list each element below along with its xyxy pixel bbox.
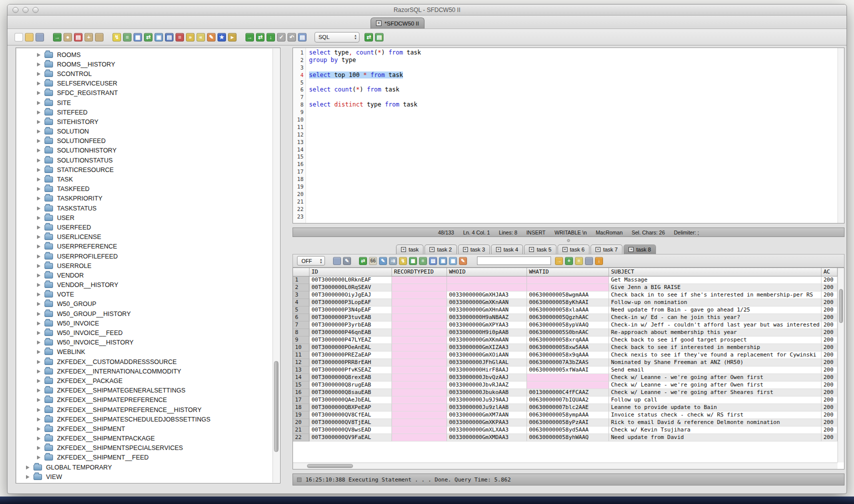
results-horizontal-scrollbar[interactable]: [293, 462, 838, 469]
copy-table-icon[interactable]: ▦: [449, 257, 457, 265]
tab-close-icon[interactable]: ×: [562, 247, 568, 252]
save-changes-icon[interactable]: [585, 257, 593, 265]
tab-close-icon[interactable]: ×: [401, 247, 406, 252]
cell-recordtypeid[interactable]: [392, 419, 447, 426]
tree-item-userpreference[interactable]: USERPREFERENCE: [17, 242, 272, 252]
tree-item-taskfeed[interactable]: TASKFEED: [17, 184, 272, 194]
table-row[interactable]: 1100T3000000PREZaEAP0033000000GmXOiAAN00…: [293, 352, 838, 359]
run-statement-icon[interactable]: →: [246, 33, 254, 42]
tree-item-zkfedex-shipmatepreference[interactable]: ZKFEDEX__SHIPMATEPREFERENCE: [17, 396, 272, 405]
tree-item-global-temporary[interactable]: GLOBAL TEMPORARY: [17, 462, 272, 472]
cell-recordtypeid[interactable]: [392, 336, 447, 344]
panel-splitter[interactable]: [292, 237, 844, 244]
cell-id[interactable]: 00T3000000P3LopEAF: [310, 299, 392, 306]
result-tab-task-2[interactable]: ×task 2: [424, 244, 456, 254]
save-icon[interactable]: [36, 33, 44, 42]
column-header-id[interactable]: ID: [310, 268, 392, 276]
table-row[interactable]: 800T3000000P46qnEAB0033000000H9i0pAAB006…: [293, 329, 838, 336]
page-view-icon[interactable]: ▤: [429, 257, 437, 265]
disclosure-triangle-icon[interactable]: [37, 274, 40, 278]
disclosure-triangle-icon[interactable]: [37, 158, 40, 162]
cell-id[interactable]: 00T3000000Q8rexEAB: [310, 374, 392, 382]
results-vertical-scrollbar[interactable]: [838, 268, 844, 462]
cell-id[interactable]: 00T3000000QV8TjEAL: [310, 419, 392, 426]
cell-whatid[interactable]: 006300000058ympAAA: [527, 412, 609, 419]
disclosure-triangle-icon[interactable]: [37, 302, 40, 306]
goto-table-icon[interactable]: ▸: [228, 33, 236, 42]
tab-close-icon[interactable]: ×: [430, 247, 434, 252]
cell-whatid[interactable]: [527, 382, 609, 389]
row-number-cell[interactable]: 9: [293, 336, 310, 344]
cell-ac[interactable]: 200: [822, 292, 838, 299]
results-search-input[interactable]: [477, 256, 551, 265]
copy-page-icon[interactable]: ▣: [154, 33, 163, 42]
cell-whatid[interactable]: [527, 284, 609, 292]
row-number-cell[interactable]: 20: [293, 419, 310, 426]
tab-close-icon[interactable]: ×: [596, 247, 600, 252]
row-number-cell[interactable]: 6: [293, 314, 310, 322]
notes-doc-icon[interactable]: ▤: [298, 33, 306, 42]
cell-subject[interactable]: Re-approach about membership this year: [609, 329, 822, 336]
column-header-whatid[interactable]: WHATID: [527, 268, 609, 276]
cell-subject[interactable]: Give Jenn a BIG RAISE: [609, 284, 822, 292]
undo-icon[interactable]: ↶: [288, 33, 296, 42]
cell-recordtypeid[interactable]: [392, 306, 447, 314]
result-tab-task-8[interactable]: ×task 8: [624, 244, 656, 254]
tree-item-solution[interactable]: SOLUTION: [17, 127, 272, 136]
cell-whatid[interactable]: 00630000005QgzhAAC: [527, 314, 609, 322]
table-row[interactable]: 1800T3000000QBXPeEAP0033000000Ju9zlAAB00…: [293, 404, 838, 412]
cell-recordtypeid[interactable]: [392, 352, 447, 359]
cell-ac[interactable]: 200: [822, 389, 838, 396]
result-tab-task-5[interactable]: ×task 5: [524, 244, 556, 254]
cell-whatid[interactable]: 0013000000C4fFCAAZ: [527, 389, 609, 396]
tree-item-solutionstatus[interactable]: SOLUTIONSTATUS: [17, 156, 272, 165]
table-row[interactable]: 1600T3000000Q8sauEAB0033000000JbukoAAB00…: [293, 389, 838, 396]
row-number-cell[interactable]: 19: [293, 412, 310, 419]
disclosure-triangle-icon[interactable]: [37, 427, 40, 431]
disclosure-triangle-icon[interactable]: [37, 72, 40, 76]
tree-item-rooms-history[interactable]: ROOMS__HISTORY: [17, 60, 272, 69]
cell-ac[interactable]: 200: [822, 382, 838, 389]
cell-subject[interactable]: Check w/ Kevin Tsujihara: [609, 426, 822, 434]
cell-whatid[interactable]: 006300000058xrqAAA: [527, 336, 609, 344]
cell-ac[interactable]: 200: [822, 434, 838, 442]
refresh-results-icon[interactable]: ⇄: [359, 257, 367, 265]
disclosure-triangle-icon[interactable]: [37, 82, 40, 86]
sql-code-area[interactable]: select type, count(*) from taskgroup by …: [306, 48, 838, 223]
auto-commit-select[interactable]: OFF ▲▼: [297, 256, 325, 266]
tree-item-vendor-history[interactable]: VENDOR__HISTORY: [17, 280, 272, 290]
database-icon[interactable]: [95, 33, 104, 42]
row-number-cell[interactable]: 21: [293, 426, 310, 434]
tree-item-sitefeed[interactable]: SITEFEED: [17, 108, 272, 117]
cell-whatid[interactable]: 006300000058yPzAAI: [527, 419, 609, 426]
cell-ac[interactable]: 200: [822, 284, 838, 292]
disclosure-triangle-icon[interactable]: [37, 292, 40, 296]
row-number-cell[interactable]: 11: [293, 352, 310, 359]
cell-whatid[interactable]: 00630000005xfWaAAI: [527, 366, 609, 374]
validate-check-icon[interactable]: ✓: [277, 33, 286, 42]
cell-subject[interactable]: Follow-up on nomination: [609, 299, 822, 306]
highlight-icon[interactable]: ✎: [459, 257, 467, 265]
cell-id[interactable]: 00T3000000L0RknEAF: [310, 276, 392, 284]
search-go-icon[interactable]: →: [555, 257, 563, 265]
cell-whatid[interactable]: 006300000058x9qAAA: [527, 352, 609, 359]
disclosure-triangle-icon[interactable]: [37, 398, 40, 402]
edit-cell-icon[interactable]: ✎: [379, 257, 387, 265]
table-row[interactable]: 1700T3000000QAeJbEAL0033000000Ju9J9AAJ00…: [293, 396, 838, 404]
cell-recordtypeid[interactable]: [392, 374, 447, 382]
cell-id[interactable]: 00T3000000Q8rugEAB: [310, 382, 392, 389]
tree-item-zkfedex-customaddresssource[interactable]: ZKFEDEX__CUSTOMADDRESSSOURCE: [17, 357, 272, 366]
cell-whoid[interactable]: 0033000000GmXKmAAN: [447, 336, 527, 344]
tree-item-zkfedex-shipmentpackage[interactable]: ZKFEDEX__SHIPMENTPACKAGE: [17, 434, 272, 444]
tree-item-sfdc-registrant[interactable]: SFDC_REGISTRANT: [17, 88, 272, 98]
cell-id[interactable]: 00T3000000QV8wsEAD: [310, 426, 392, 434]
disconnect-db-icon[interactable]: ●: [64, 33, 72, 42]
quotes-icon[interactable]: 66: [369, 257, 377, 265]
cell-ac[interactable]: 200: [822, 322, 838, 329]
table-row[interactable]: 700T3000000P3yrbEAB0033000000GmXPYAA3006…: [293, 322, 838, 329]
disclosure-triangle-icon[interactable]: [37, 254, 40, 258]
disclosure-triangle-icon[interactable]: [37, 120, 40, 124]
cell-whoid[interactable]: 0033000000GmXPYAA3: [447, 322, 527, 329]
cell-whatid[interactable]: 00630000005S0bnAAC: [527, 329, 609, 336]
cell-whoid[interactable]: 0033000000GmXIZAA3: [447, 344, 527, 352]
